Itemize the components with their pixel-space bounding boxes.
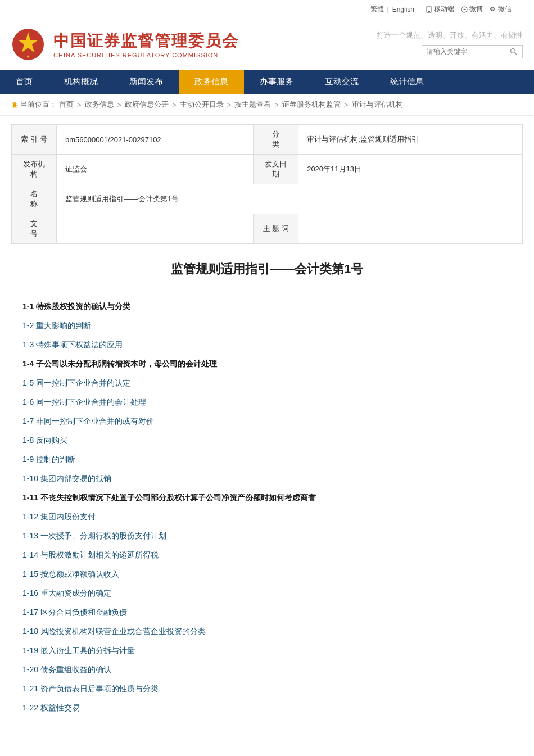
breadcrumb-prefix: 当前位置：: [20, 99, 57, 110]
content-item-1-9[interactable]: 1-9 控制的判断: [22, 450, 512, 469]
top-bar-icons: 移动端 微博 微信: [426, 4, 512, 14]
nav-bar: 首页 机构概况 新闻发布 政务信息 办事服务 互动交流 统计信息: [0, 70, 534, 94]
value-keywords: [298, 214, 523, 244]
info-table: 索 引 号 bm56000001/2021-00297102 分 类 审计与评估…: [11, 124, 523, 244]
search-icon[interactable]: [510, 48, 518, 56]
content-item-1-10[interactable]: 1-10 集团内部交易的抵销: [22, 469, 512, 488]
content-item-1-2[interactable]: 1-2 重大影响的判断: [22, 316, 512, 336]
svg-point-2: [461, 7, 467, 12]
label-publisher: 发布机构: [12, 155, 57, 184]
content-item-1-6[interactable]: 1-6 同一控制下企业合并的会计处理: [22, 393, 512, 412]
content-item-1-17[interactable]: 1-17 区分合同负债和金融负债: [22, 603, 512, 622]
wechat-label: 微信: [498, 4, 512, 14]
logo-icon: ★: [11, 28, 45, 61]
content-item-1-16[interactable]: 1-16 重大融资成分的确定: [22, 584, 512, 603]
wechat-icon: [490, 6, 496, 13]
language-links: 繁體 | English: [370, 4, 414, 14]
content-item-1-11[interactable]: 1-11 不丧失控制权情况下处置子公司部分股权计算子公司净资产份额时如何考虑商誉: [22, 488, 512, 508]
value-category: 审计与评估机构;监管规则适用指引: [298, 125, 523, 155]
mobile-icon: [426, 6, 432, 13]
value-index: bm56000001/2021-00297102: [57, 125, 254, 155]
svg-point-3: [490, 7, 495, 11]
location-icon: ◉: [11, 100, 18, 109]
svg-point-9: [511, 49, 515, 53]
content-item-1-4[interactable]: 1-4 子公司以未分配利润转增资本时，母公司的会计处理: [22, 355, 512, 374]
mobile-label: 移动端: [434, 4, 454, 14]
value-publisher: 证监会: [57, 155, 254, 184]
value-name: 监管规则适用指引——会计类第1号: [57, 184, 523, 214]
header: ★ 中国证券监督管理委员会 CHINA SECURITIES REGULATOR…: [0, 19, 534, 70]
weibo-icon: [461, 6, 468, 13]
svg-line-10: [515, 53, 517, 55]
breadcrumb-securities[interactable]: 证券服务机构监管: [282, 99, 341, 110]
svg-rect-1: [428, 11, 430, 12]
breadcrumb-affairs[interactable]: 政务信息: [85, 99, 114, 110]
breadcrumb: ◉ 当前位置： 首页 > 政务信息 > 政府信息公开 > 主动公开目录 > 按主…: [0, 94, 534, 116]
lang-english[interactable]: English: [392, 6, 414, 13]
label-date: 发文日期: [254, 155, 298, 184]
header-right: 打造一个规范、透明、开放、有活力、有韧性: [377, 30, 523, 58]
content-item-1-14[interactable]: 1-14 与股权激励计划相关的递延所得税: [22, 546, 512, 565]
label-category: 分 类: [254, 125, 298, 155]
nav-item-service[interactable]: 办事服务: [244, 70, 309, 94]
nav-item-statistics[interactable]: 统计信息: [374, 70, 440, 94]
slogan: 打造一个规范、透明、开放、有活力、有韧性: [377, 30, 523, 40]
separator1: |: [387, 6, 389, 13]
mobile-link[interactable]: 移动端: [426, 4, 454, 14]
nav-item-overview[interactable]: 机构概况: [48, 70, 114, 94]
content-item-1-8[interactable]: 1-8 反向购买: [22, 431, 512, 450]
value-docnum: [57, 214, 254, 244]
breadcrumb-active-dir[interactable]: 主动公开目录: [180, 99, 224, 110]
search-input[interactable]: [427, 48, 510, 56]
nav-item-interaction[interactable]: 互动交流: [309, 70, 374, 94]
svg-rect-0: [427, 6, 431, 13]
org-subtitle: CHINA SECURITIES REGULATORY COMMISSION: [53, 52, 239, 58]
weibo-link[interactable]: 微博: [461, 4, 483, 14]
top-bar: 繁體 | English 移动端 微博 微信: [0, 0, 534, 19]
weibo-label: 微博: [469, 4, 483, 14]
breadcrumb-gov-info[interactable]: 政府信息公开: [125, 99, 169, 110]
org-title: 中国证券监督管理委员会: [53, 30, 239, 52]
content-item-1-22[interactable]: 1-22 权益性交易: [22, 699, 512, 718]
info-row-2: 发布机构 证监会 发文日期 2020年11月13日: [12, 155, 523, 184]
content-item-1-18[interactable]: 1-18 风险投资机构对联营企业或合营企业投资的分类: [22, 622, 512, 641]
content-item-1-20[interactable]: 1-20 债务重组收益的确认: [22, 660, 512, 680]
search-box: [422, 45, 523, 58]
content-item-1-13[interactable]: 1-13 一次授予、分期行权的股份支付计划: [22, 527, 512, 546]
label-docnum: 文 号: [12, 214, 57, 244]
content-item-1-3[interactable]: 1-3 特殊事项下权益法的应用: [22, 336, 512, 355]
label-keywords: 主 题 词: [254, 214, 298, 244]
nav-item-news[interactable]: 新闻发布: [114, 70, 179, 94]
document-title: 监管规则适用指引——会计类第1号: [11, 261, 523, 278]
breadcrumb-home[interactable]: 首页: [59, 99, 74, 110]
content-item-1-1[interactable]: 1-1 特殊股权投资的确认与分类: [22, 297, 512, 316]
wechat-link[interactable]: 微信: [490, 4, 512, 14]
content-item-1-19[interactable]: 1-19 嵌入衍生工具的分拆与计量: [22, 641, 512, 660]
content-item-1-12[interactable]: 1-12 集团内股份支付: [22, 508, 512, 527]
breadcrumb-by-topic[interactable]: 按主题查看: [234, 99, 271, 110]
content-item-1-21[interactable]: 1-21 资产负债表日后事项的性质与分类: [22, 680, 512, 699]
label-index: 索 引 号: [12, 125, 57, 155]
value-date: 2020年11月13日: [298, 155, 523, 184]
breadcrumb-audit[interactable]: 审计与评估机构: [352, 99, 403, 110]
svg-point-4: [491, 8, 492, 9]
svg-text:★: ★: [26, 55, 30, 59]
info-row-1: 索 引 号 bm56000001/2021-00297102 分 类 审计与评估…: [12, 125, 523, 155]
content-list: 1-1 特殊股权投资的确认与分类1-2 重大影响的判断1-3 特殊事项下权益法的…: [0, 292, 534, 735]
svg-point-5: [492, 8, 493, 9]
label-name: 名 称: [12, 184, 57, 214]
info-row-3: 名 称 监管规则适用指引——会计类第1号: [12, 184, 523, 214]
content-item-1-7[interactable]: 1-7 非同一控制下企业合并的或有对价: [22, 412, 512, 431]
info-row-4: 文 号 主 题 词: [12, 214, 523, 244]
nav-item-home[interactable]: 首页: [0, 70, 48, 94]
content-item-1-15[interactable]: 1-15 按总额或净额确认收入: [22, 565, 512, 584]
nav-item-affairs[interactable]: 政务信息: [179, 70, 244, 94]
content-item-1-5[interactable]: 1-5 同一控制下企业合并的认定: [22, 374, 512, 393]
lang-traditional[interactable]: 繁體: [370, 4, 384, 14]
logo-text: 中国证券监督管理委员会 CHINA SECURITIES REGULATORY …: [53, 30, 239, 58]
